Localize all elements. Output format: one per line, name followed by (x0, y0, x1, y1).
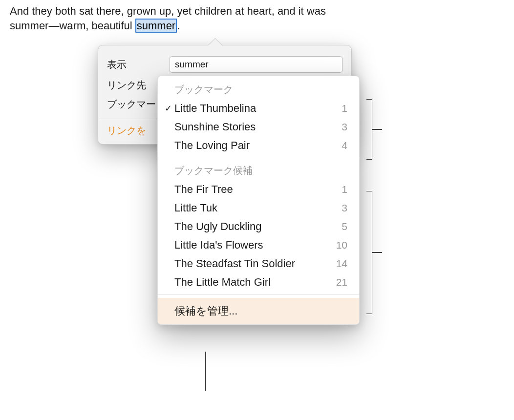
suggestion-item-count: 3 (333, 202, 347, 214)
bookmark-item-count: 4 (333, 140, 347, 151)
suggestion-item[interactable]: Little Ida's Flowers10 (158, 236, 359, 254)
bookmark-dropdown: ブックマーク ✓Little Thumbelina1Sunshine Stori… (157, 76, 360, 325)
display-label: 表示 (107, 58, 161, 71)
suggestion-item[interactable]: Little Tuk3 (158, 199, 359, 217)
manage-suggestions-button[interactable]: 候補を管理... (158, 298, 359, 324)
bookmark-item[interactable]: ✓Little Thumbelina1 (158, 99, 359, 118)
dropdown-separator (158, 158, 359, 158)
suggestion-item-label: The Steadfast Tin Soldier (174, 257, 333, 270)
suggestion-item-count: 1 (333, 184, 347, 195)
remove-link-button[interactable]: リンクを (107, 125, 146, 136)
bookmark-item-label: Sunshine Stories (174, 121, 333, 133)
annotation-stem (372, 129, 382, 130)
bookmark-item-count: 1 (333, 103, 347, 114)
annotation-bracket-suggestions (366, 191, 372, 314)
suggestion-item-label: Little Ida's Flowers (174, 239, 333, 252)
suggestion-item[interactable]: The Little Match Girl21 (158, 273, 359, 292)
annotation-line-manage (205, 352, 206, 391)
display-input[interactable] (170, 56, 343, 73)
suggestion-item[interactable]: The Ugly Duckling5 (158, 217, 359, 236)
suggestion-item-count: 14 (333, 258, 347, 270)
annotation-stem (372, 252, 382, 253)
checkmark-icon: ✓ (162, 103, 174, 114)
bookmarks-section-header: ブックマーク (158, 80, 359, 99)
suggestion-item-count: 21 (333, 276, 347, 288)
dropdown-separator (158, 294, 359, 295)
annotation-bracket-bookmarks (366, 99, 372, 160)
bookmark-item-label: The Loving Pair (174, 139, 333, 152)
suggestion-item-count: 10 (333, 239, 347, 251)
suggestion-item-label: The Ugly Duckling (174, 220, 333, 233)
paragraph-text-after: . (177, 20, 180, 32)
bookmark-item-count: 3 (333, 121, 347, 133)
selected-word[interactable]: summer (135, 19, 177, 33)
suggestions-section-header: ブックマーク候補 (158, 161, 359, 180)
bookmark-label: ブックマー (107, 98, 161, 111)
suggestion-item-label: Little Tuk (174, 202, 333, 214)
suggestion-item[interactable]: The Steadfast Tin Soldier14 (158, 254, 359, 273)
suggestion-item-label: The Fir Tree (174, 183, 333, 196)
bookmark-item[interactable]: Sunshine Stories3 (158, 118, 359, 136)
suggestion-item-count: 5 (333, 221, 347, 232)
linkto-label: リンク先 (107, 79, 161, 92)
document-paragraph: And they both sat there, grown up, yet c… (10, 4, 347, 33)
suggestion-item-label: The Little Match Girl (174, 276, 333, 289)
suggestion-item[interactable]: The Fir Tree1 (158, 180, 359, 199)
bookmark-item-label: Little Thumbelina (174, 102, 333, 115)
bookmark-item[interactable]: The Loving Pair4 (158, 136, 359, 155)
